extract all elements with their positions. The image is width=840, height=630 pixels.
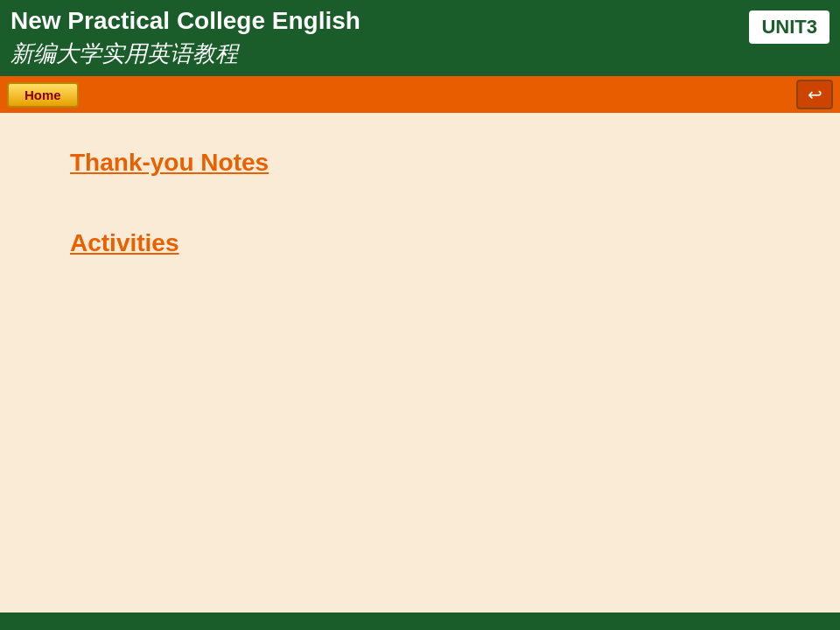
activities-link[interactable]: Activities [70, 229, 770, 257]
header: New Practical College English 新编大学实用英语教程… [0, 0, 840, 96]
back-button[interactable]: ↩ [796, 80, 833, 109]
main-content: Thank-you Notes Activities [0, 96, 840, 612]
unit-badge: UNIT3 [749, 10, 830, 44]
title-english: New Practical College English [10, 7, 360, 35]
title-chinese: 新编大学实用英语教程 [10, 38, 360, 69]
header-top: New Practical College English 新编大学实用英语教程… [0, 0, 840, 76]
home-button[interactable]: Home [7, 82, 79, 108]
nav-bar: Home ↩ [0, 76, 840, 113]
back-icon: ↩ [808, 84, 822, 105]
thank-you-notes-link[interactable]: Thank-you Notes [70, 149, 770, 177]
title-block: New Practical College English 新编大学实用英语教程 [10, 7, 360, 69]
bottom-bar [0, 612, 840, 630]
